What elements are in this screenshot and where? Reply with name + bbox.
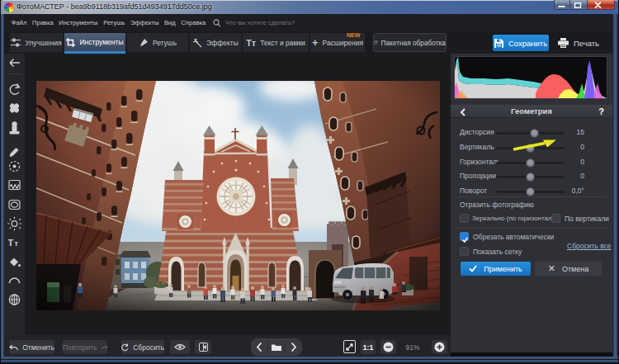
svg-text:т: т (15, 239, 19, 248)
svg-text:T: T (8, 238, 14, 248)
